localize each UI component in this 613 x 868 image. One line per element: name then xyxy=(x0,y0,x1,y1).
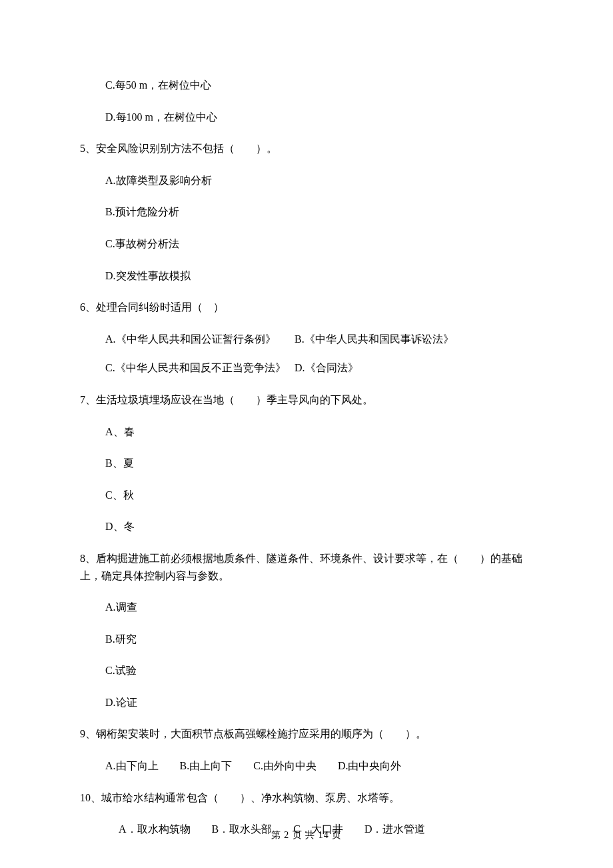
q9-options-row: A.由下向上 B.由上向下 C.由外向中央 D.由中央向外 xyxy=(80,757,533,775)
q6-option-a: A.《中华人民共和国公证暂行条例》 xyxy=(105,331,292,348)
q6-option-c: C.《中华人民共和国反不正当竞争法》 xyxy=(105,359,292,377)
question-10: 10、城市给水结构通常包含（ ）、净水构筑物、泵房、水塔等。 xyxy=(80,789,533,807)
q9-option-d: D.由中央向外 xyxy=(338,757,402,775)
q7-option-c: C、秋 xyxy=(80,487,533,504)
question-7: 7、生活垃圾填埋场应设在当地（ ）季主导风向的下风处。 xyxy=(80,391,533,409)
q5-option-b: B.预计危险分析 xyxy=(80,203,533,221)
q7-option-a: A、春 xyxy=(80,423,533,441)
q6-option-d: D.《合同法》 xyxy=(295,359,358,377)
q5-option-a: A.故障类型及影响分析 xyxy=(80,172,533,189)
q9-option-b: B.由上向下 xyxy=(180,757,233,775)
page-content: C.每50 m，在树位中心 D.每100 m，在树位中心 5、安全风险识别别方法… xyxy=(0,0,613,838)
q6-options-row-1: A.《中华人民共和国公证暂行条例》 B.《中华人民共和国民事诉讼法》 xyxy=(80,331,533,348)
q8-option-c: C.试验 xyxy=(80,662,533,679)
question-5: 5、安全风险识别别方法不包括（ ）。 xyxy=(80,140,533,157)
q5-option-c: C.事故树分析法 xyxy=(80,235,533,253)
q5-option-d: D.突发性事故模拟 xyxy=(80,267,533,285)
q9-option-c: C.由外向中央 xyxy=(253,757,316,775)
q7-option-d: D、冬 xyxy=(80,518,533,535)
option-d: D.每100 m，在树位中心 xyxy=(80,109,533,126)
q6-options-row-2: C.《中华人民共和国反不正当竞争法》 D.《合同法》 xyxy=(80,359,533,377)
question-6: 6、处理合同纠纷时适用（ ） xyxy=(80,299,533,316)
q8-option-a: A.调查 xyxy=(80,599,533,616)
question-8: 8、盾构掘进施工前必须根据地质条件、隧道条件、环境条件、设计要求等，在（ ）的基… xyxy=(80,550,533,584)
q7-option-b: B、夏 xyxy=(80,455,533,472)
q8-option-d: D.论证 xyxy=(80,694,533,711)
page-footer: 第 2 页 共 14 页 xyxy=(0,829,613,841)
q9-option-a: A.由下向上 xyxy=(105,757,159,775)
q6-option-b: B.《中华人民共和国民事诉讼法》 xyxy=(295,331,454,348)
q8-option-b: B.研究 xyxy=(80,631,533,648)
question-9: 9、钢桁架安装时，大面积节点板高强螺栓施拧应采用的顺序为（ ）。 xyxy=(80,725,533,743)
option-c: C.每50 m，在树位中心 xyxy=(80,77,533,94)
